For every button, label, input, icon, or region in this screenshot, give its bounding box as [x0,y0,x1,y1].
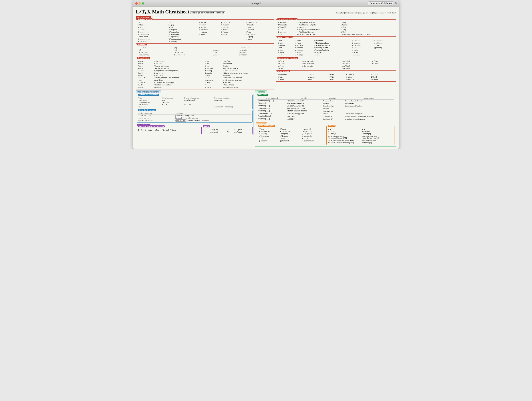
spaces-title: Spaces [203,125,210,127]
delimiters-content: | | or \mid ‖ \| / / \ \backslash { \{ }… [137,47,273,56]
share-icon[interactable]: ⎘ [395,2,397,5]
accents-content: a' a' a'' a'' â \hat{a} ā \bar{a} [328,128,393,144]
sizing-content: Brackets, Braces and Delimiters (((( ( \… [137,127,253,134]
binary-ops-title: Binary Operations [278,36,293,38]
window: math.pdf Open with PDF Expert ⎘ LATEX Ma… [133,0,399,149]
traffic-lights [135,2,144,5]
window-title: math.pdf [144,2,368,5]
operators-tab[interactable]: Operators [256,122,267,125]
binary-ops-content: ± \pm ∩ \cap ◇ \diamond ⊕ \oplus † \dagg… [277,40,395,56]
formatting-tab[interactable]: Formatting [255,91,267,93]
page-title: LATEX Math Cheatsheet [136,9,189,15]
close-button[interactable] [135,2,138,5]
operators-box: Sums and Integrals ∑ \sum ∏ \prod ∐ \cop… [256,125,395,146]
binary-ops-section: Binary Operations ± \pm ∩ \cap ◇ \diamon… [276,38,396,57]
set-logic-title: Set and Logic Notations [278,18,298,20]
manual-sizing-area: Manual Sizing Brackets, Braces and Delim… [137,124,253,134]
greek-letters-content: A and αA and \alpha N and νN and \nu B a… [137,60,273,88]
accents-title: Accents [328,125,336,127]
symbols-tab: List of Symbols [136,16,396,19]
operators-content: Sums and Integrals ∑ \sum ∏ \prod ∐ \cop… [257,126,394,145]
page-header: LATEX Math Cheatsheet package environmen… [136,9,396,15]
titlebar: math.pdf Open with PDF Expert ⎘ [133,0,399,7]
set-logic-section: Set and Logic Notations ∃ \exists → \rig… [276,19,396,37]
other-symbols-section: Other symbols ∂ \partial ı \imath ℜ \Re … [276,72,396,82]
trig-section: Trigonometric Functions sin \sin arcsin … [276,58,396,71]
top-section: Relation Symbols < <> > = \doteq ‖ \para… [136,19,396,89]
bottom-section: Mathematics Environments Canonical Envir… [136,91,396,147]
minimize-button[interactable] [139,2,141,5]
sums-integrals-section: Sums and Integrals ∑ \sum ∏ \prod ∐ \cop… [257,126,325,145]
math-env-box: Canonical Environments Type Inline formu… [136,94,253,135]
math-fonts-section: Math Fonts LaTeX command Sample Descript… [256,95,395,121]
brackets-content: (((( ( \big( \Big( \bigg( \Bigg( [138,129,199,131]
brackets-section: Brackets, Braces and Delimiters (((( ( \… [137,127,200,134]
other-symbols-title: Other symbols [278,70,290,72]
sums-integrals-title: Sums and Integrals [258,125,275,127]
delimiters-section: Delimiters | | or \mid ‖ \| / / \ \backs… [136,45,274,57]
math-env-tab[interactable]: Mathematics Environments [136,91,161,93]
relation-symbols-section: Relation Symbols < <> > = \doteq ‖ \para… [136,19,274,44]
delimiters-title: Delimiters [137,43,147,45]
maximize-button[interactable] [142,2,144,5]
other-env-title: Other Environments [138,109,156,111]
toolbar-right: Open with PDF Expert ⎘ [368,1,397,6]
other-env-content: Environment name Description align and a… [138,112,251,122]
canonical-env-content: Type Inline formulas Displayed equations… [138,97,251,108]
canonical-env-title: Canonical Environments [138,94,159,96]
math-fonts-title: Math Fonts [257,94,268,96]
right-column: Set and Logic Notations ∃ \exists → \rig… [276,19,396,89]
math-environments-column: Mathematics Environments Canonical Envir… [136,91,253,147]
relation-symbols-content: < <> > = \doteq ‖ \parallel ∦ \nparallel… [137,21,273,43]
spaces-content: \,3/18 \quad\:4/18 \quad \;5/18 \quad\!-… [203,129,251,133]
other-symbols-content: ∂ \partial ı \imath ℜ \Re ∇ \nabla ℵ \al… [277,74,395,81]
other-env-section: Other Environments Environment name Desc… [137,110,253,123]
math-fonts-content: LaTeX command Sample Description Common … [257,97,394,120]
left-column: Relation Symbols < <> > = \doteq ‖ \para… [136,19,274,89]
trig-title: Trigonometric Functions [278,57,298,59]
author-info: Cheng Tan | Kyoto University | etan@c-ta… [336,12,396,14]
sums-integrals-content: ∑ \sum ∏ \prod ∐ \coprod ⨁ \bigoplus ⨂ \… [258,128,323,142]
trig-content: sin \sin arcsin \arcsin sinh \sinh sec \… [277,60,395,70]
set-logic-content: ∃ \exists → \rightarrow or \to ¬ \neg ∄ … [277,21,395,36]
greek-letters-title: Greek Letters [137,57,150,59]
header-commands: package environment command [190,12,225,14]
relation-symbols-title: Relation Symbols [137,18,152,20]
canonical-env-section: Canonical Environments Type Inline formu… [137,95,253,109]
formatting-box: Math Fonts LaTeX command Sample Descript… [255,94,396,147]
main-content: LATEX Math Cheatsheet package environmen… [133,7,399,149]
brackets-title: Brackets, Braces and Delimiters [138,125,165,127]
spaces-section: Spaces \,3/18 \quad\:4/18 \quad \;5/18 \… [201,127,253,134]
open-pdf-button[interactable]: Open with PDF Expert [368,1,394,6]
greek-letters-section: Greek Letters A and αA and \alpha N and … [136,58,274,89]
accents-section: Accents a' a' a'' a'' â \hat{a} [326,126,394,145]
formatting-column: Formatting Math Fonts LaTeX command Samp… [255,91,396,147]
